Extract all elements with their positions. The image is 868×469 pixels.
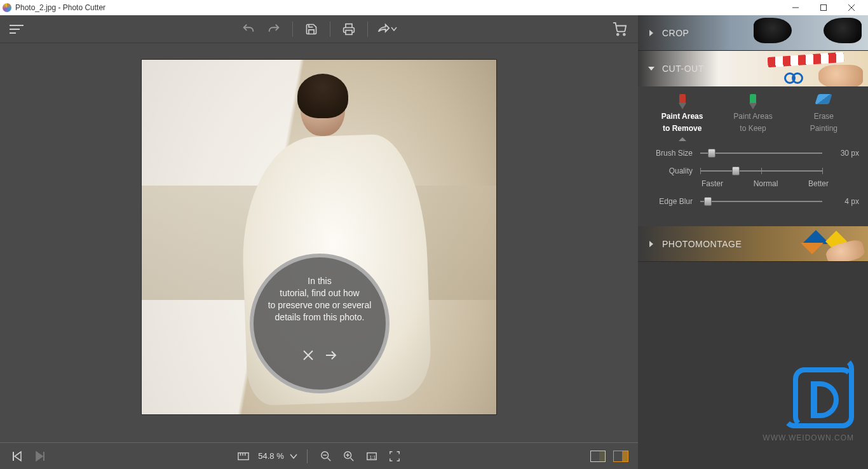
tool-label: Paint Areas xyxy=(661,112,703,121)
chevron-right-icon xyxy=(648,30,654,36)
tutorial-next-icon[interactable] xyxy=(325,349,337,365)
tool-paint-remove[interactable]: Paint Areas to Remove xyxy=(648,94,717,140)
panel-cutout-label: CUT-OUT xyxy=(662,64,704,74)
svg-line-19 xyxy=(327,458,330,461)
svg-text:1:1: 1:1 xyxy=(369,454,376,459)
ruler-icon[interactable] xyxy=(235,448,252,465)
row-edge-blur: Edge Blur 4 px xyxy=(647,197,859,206)
svg-line-22 xyxy=(350,458,353,461)
zoom-in-button[interactable] xyxy=(341,448,357,465)
watermark-logo-icon xyxy=(793,367,854,428)
side-panel: CROP CUT-OUT Paint Areas to Remove Paint… xyxy=(638,15,868,469)
tool-label: Erase xyxy=(814,112,834,121)
store-button[interactable] xyxy=(609,18,630,40)
zoom-dropdown-icon[interactable] xyxy=(290,451,297,461)
quality-better: Better xyxy=(808,179,829,188)
brush-size-label: Brush Size xyxy=(647,149,693,158)
panel-photomontage-header[interactable]: PHOTOMONTAGE xyxy=(638,226,868,262)
menu-button[interactable] xyxy=(8,20,25,38)
first-image-button[interactable] xyxy=(9,448,25,465)
brush-size-slider[interactable] xyxy=(700,153,822,154)
undo-button[interactable] xyxy=(238,18,259,40)
compare-on-button[interactable] xyxy=(613,448,629,465)
quality-faster: Faster xyxy=(702,179,723,188)
compare-off-button[interactable] xyxy=(590,448,606,465)
save-button[interactable] xyxy=(301,18,322,40)
app-icon xyxy=(3,3,11,12)
chevron-down-icon xyxy=(648,65,654,72)
panel-crop-label: CROP xyxy=(662,28,689,38)
top-toolbar xyxy=(0,15,638,43)
tool-label: to Remove xyxy=(663,124,702,133)
tool-label: Painting xyxy=(810,124,837,133)
print-button[interactable] xyxy=(338,18,360,40)
tutorial-close-icon[interactable] xyxy=(302,349,315,365)
image-preview[interactable]: In this tutorial, find out how to preser… xyxy=(141,59,497,415)
tutorial-text-l4: details from this photo. xyxy=(275,311,365,323)
svg-point-6 xyxy=(623,33,625,35)
bottom-toolbar: 54.8 % 1:1 xyxy=(0,442,638,469)
chevron-right-icon xyxy=(648,241,654,247)
edge-blur-value: 4 px xyxy=(830,197,859,206)
row-brush-size: Brush Size 30 px xyxy=(647,149,859,158)
svg-marker-12 xyxy=(36,452,43,461)
tool-erase[interactable]: Erase Painting xyxy=(789,94,858,140)
window-minimize-button[interactable] xyxy=(782,0,810,15)
separator xyxy=(330,22,330,37)
tool-label: Paint Areas xyxy=(733,112,772,121)
zoom-out-button[interactable] xyxy=(318,448,334,465)
quality-label: Quality xyxy=(647,167,693,175)
window-maximize-button[interactable] xyxy=(810,0,837,15)
panel-cutout-body: Paint Areas to Remove Paint Areas to Kee… xyxy=(638,86,868,226)
window-title: Photo_2.jpg - Photo Cutter xyxy=(15,3,105,12)
redo-button[interactable] xyxy=(263,18,285,40)
edge-blur-label: Edge Blur xyxy=(647,197,693,206)
separator xyxy=(292,22,293,37)
marker-red-icon xyxy=(676,94,689,109)
tutorial-text-l3: to preserve one or several xyxy=(268,299,372,311)
watermark-url: WWW.WEIDOWN.COM xyxy=(763,433,854,442)
marker-green-icon xyxy=(747,94,759,109)
row-quality: Quality xyxy=(647,167,859,175)
eraser-icon xyxy=(815,94,832,104)
actual-size-button[interactable]: 1:1 xyxy=(363,448,380,465)
zoom-value: 54.8 % xyxy=(258,451,283,461)
quality-slider[interactable] xyxy=(700,170,822,172)
separator xyxy=(367,22,368,37)
svg-rect-4 xyxy=(346,30,352,34)
tutorial-text-l1: In this xyxy=(308,275,331,287)
separator xyxy=(307,449,308,463)
editor-pane: In this tutorial, find out how to preser… xyxy=(0,15,638,469)
window-close-button[interactable] xyxy=(837,0,865,15)
tutorial-text-l2: tutorial, find out how xyxy=(280,287,359,299)
fit-screen-button[interactable] xyxy=(386,448,403,465)
watermark: WWW.WEIDOWN.COM xyxy=(763,367,854,442)
panel-cutout-header[interactable]: CUT-OUT xyxy=(638,51,868,86)
next-image-button[interactable] xyxy=(32,448,48,465)
panel-photomontage-label: PHOTOMONTAGE xyxy=(662,239,742,249)
tool-label: to Keep xyxy=(740,124,766,133)
edge-blur-slider[interactable] xyxy=(700,201,822,202)
share-button[interactable] xyxy=(376,18,397,40)
svg-rect-14 xyxy=(238,452,248,459)
tool-paint-keep[interactable]: Paint Areas to Keep xyxy=(718,94,788,140)
svg-rect-1 xyxy=(821,5,827,11)
svg-marker-11 xyxy=(15,452,21,461)
tutorial-bubble: In this tutorial, find out how to preser… xyxy=(250,254,390,393)
quality-normal: Normal xyxy=(754,179,778,188)
panel-crop-header[interactable]: CROP xyxy=(638,15,868,51)
canvas-area[interactable]: In this tutorial, find out how to preser… xyxy=(0,43,638,442)
quality-ticks: Faster Normal Better xyxy=(700,179,830,188)
window-titlebar: Photo_2.jpg - Photo Cutter xyxy=(0,0,868,15)
brush-size-value: 30 px xyxy=(830,149,859,158)
svg-point-5 xyxy=(617,33,619,35)
